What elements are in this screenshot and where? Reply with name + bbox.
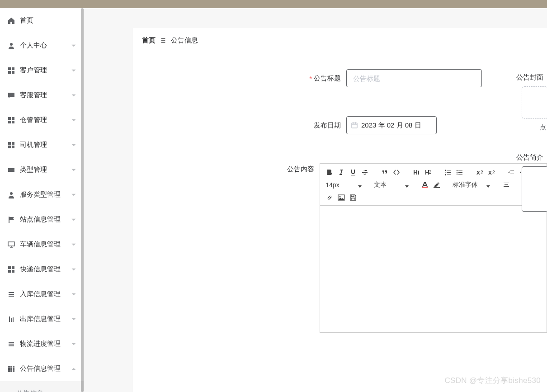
main-area: 首页 公告信息 * 公告标题 发布日期 <box>84 8 547 392</box>
monitor-icon <box>7 241 15 249</box>
sidebar-item-2[interactable]: 客户管理 <box>0 58 84 83</box>
sidebar-item-label: 快递信息管理 <box>20 265 76 274</box>
required-mark: * <box>309 75 312 82</box>
title-input[interactable] <box>346 69 482 87</box>
h2-button[interactable] <box>422 166 434 178</box>
sidebar-item-14[interactable]: 公告信息管理 <box>0 356 84 381</box>
chevron-down-icon <box>71 117 77 123</box>
sidebar-item-label: 入库信息管理 <box>20 290 76 298</box>
sidebar-item-3[interactable]: 客服管理 <box>0 83 84 108</box>
sidebar-item-label: 首页 <box>20 16 76 25</box>
person-icon <box>7 191 15 199</box>
sidebar-item-label: 个人中心 <box>20 41 76 50</box>
chevron-down-icon <box>71 217 77 223</box>
subscript-button[interactable]: x2 <box>474 166 486 178</box>
breadcrumb-home[interactable]: 首页 <box>142 36 156 45</box>
list-icon <box>7 340 15 348</box>
sidebar-item-6[interactable]: 类型管理 <box>0 157 84 182</box>
date-label: 发布日期 <box>133 116 346 134</box>
chat-icon <box>7 91 15 99</box>
sidebar-item-label: 客服管理 <box>20 91 76 99</box>
sidebar-subitem-announcement[interactable]: 公告信息 <box>0 381 84 392</box>
superscript-button[interactable]: x2 <box>486 166 497 178</box>
intro-label: 公告简介 <box>507 153 547 162</box>
cover-tip: 点 <box>507 123 547 132</box>
date-input[interactable] <box>346 116 437 134</box>
chevron-down-icon <box>71 192 77 198</box>
block-format-select[interactable]: 文本 <box>372 179 411 191</box>
sidebar-item-label: 公告信息管理 <box>20 364 76 373</box>
sidebar-item-label: 类型管理 <box>20 165 76 174</box>
font-size-select[interactable]: 14px <box>324 179 363 191</box>
blockquote-button[interactable] <box>379 166 391 178</box>
dropdown-icon <box>358 183 362 187</box>
sidebar: 首页个人中心客户管理客服管理仓管管理司机管理类型管理服务类型管理站点信息管理车辆… <box>0 8 84 392</box>
title-label: * 公告标题 <box>133 69 346 87</box>
chevron-down-icon <box>71 366 77 372</box>
sidebar-subitem-label: 公告信息 <box>16 389 76 392</box>
chevron-down-icon <box>71 341 77 347</box>
sidebar-item-label: 司机管理 <box>20 141 76 149</box>
sidebar-item-9[interactable]: 车辆信息管理 <box>0 232 84 257</box>
flag-icon <box>7 216 15 224</box>
sidebar-item-0[interactable]: 首页 <box>0 8 84 33</box>
chevron-down-icon <box>71 92 77 99</box>
image-button[interactable] <box>335 192 347 203</box>
intro-textarea[interactable] <box>522 166 547 212</box>
ordered-list-button[interactable] <box>442 166 454 178</box>
form: * 公告标题 发布日期 <box>133 51 547 333</box>
sidebar-item-11[interactable]: 入库信息管理 <box>0 282 84 307</box>
link-button[interactable] <box>324 192 335 203</box>
sidebar-item-label: 仓管管理 <box>20 116 76 124</box>
strike-button[interactable] <box>359 166 371 178</box>
sidebar-item-label: 车辆信息管理 <box>20 240 76 249</box>
save-button[interactable] <box>347 192 359 203</box>
sidebar-item-12[interactable]: 出库信息管理 <box>0 307 84 331</box>
home-icon <box>7 17 15 25</box>
apps-icon <box>7 365 15 373</box>
bars-icon <box>7 315 15 323</box>
italic-button[interactable] <box>335 166 347 178</box>
sidebar-item-10[interactable]: 快递信息管理 <box>0 257 84 282</box>
underline-button[interactable] <box>347 166 359 178</box>
cover-upload[interactable] <box>522 86 547 119</box>
sidebar-item-13[interactable]: 物流进度管理 <box>0 331 84 356</box>
sidebar-item-7[interactable]: 服务类型管理 <box>0 182 84 207</box>
chevron-down-icon <box>71 43 77 49</box>
chevron-down-icon <box>71 291 77 298</box>
unordered-list-button[interactable] <box>454 166 466 178</box>
breadcrumb-separator-icon <box>160 38 166 44</box>
sidebar-item-5[interactable]: 司机管理 <box>0 132 84 157</box>
grid-icon <box>7 116 15 124</box>
chevron-down-icon <box>71 167 77 173</box>
chevron-down-icon <box>71 316 77 322</box>
chevron-down-icon <box>71 142 77 148</box>
sidebar-item-label: 站点信息管理 <box>20 215 76 224</box>
sidebar-item-label: 物流进度管理 <box>20 340 76 348</box>
breadcrumb: 首页 公告信息 <box>133 32 547 51</box>
dropdown-icon <box>405 183 409 187</box>
font-color-button[interactable] <box>419 179 431 191</box>
breadcrumb-current: 公告信息 <box>171 36 198 45</box>
grid-icon <box>7 265 15 274</box>
cover-label: 公告封面 <box>507 73 547 82</box>
content-card: 首页 公告信息 * 公告标题 发布日期 <box>133 28 547 392</box>
sidebar-item-1[interactable]: 个人中心 <box>0 33 84 58</box>
person-icon <box>7 42 15 50</box>
font-family-select[interactable]: 标准字体 <box>451 179 492 191</box>
content-label: 公告内容 <box>133 163 320 174</box>
bold-button[interactable] <box>324 166 335 178</box>
chevron-down-icon <box>71 67 77 74</box>
dropdown-icon <box>486 183 490 187</box>
sidebar-item-8[interactable]: 站点信息管理 <box>0 207 84 232</box>
grid-icon <box>7 141 15 149</box>
code-button[interactable] <box>391 166 402 178</box>
chevron-down-icon <box>71 266 77 273</box>
ticket-icon <box>7 166 15 174</box>
sidebar-item-4[interactable]: 仓管管理 <box>0 108 84 132</box>
highlight-button[interactable] <box>431 179 443 191</box>
grid-icon <box>7 66 15 75</box>
calendar-icon <box>351 122 358 129</box>
h1-button[interactable] <box>410 166 422 178</box>
top-bar <box>0 0 547 8</box>
